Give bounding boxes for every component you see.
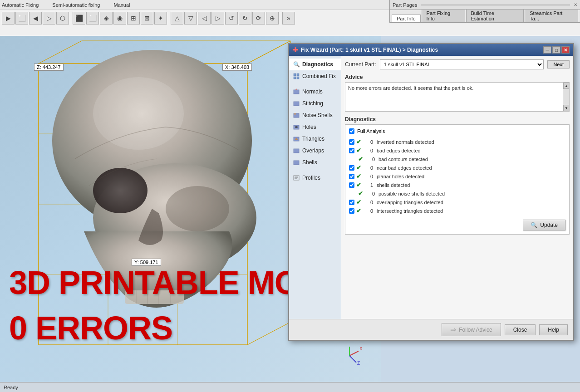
tab-build-estimation[interactable]: Build Time Estimation	[466, 9, 524, 22]
diag-text-0: inverted normals detected	[377, 139, 434, 145]
toolbar-btn-10[interactable]: ⊞	[127, 12, 140, 24]
diag-green-1: ✔	[356, 147, 361, 154]
full-analysis-checkbox[interactable]	[349, 128, 354, 134]
full-analysis-row: Full Analysis	[349, 128, 565, 134]
toolbar-btn-16[interactable]: ▷	[211, 12, 224, 24]
stitching-label: Stitching	[302, 100, 323, 107]
svg-point-35	[294, 113, 296, 115]
diag-num-8: 0	[365, 208, 373, 214]
maximize-button[interactable]: □	[552, 46, 560, 54]
svg-rect-31	[294, 90, 299, 94]
toolbar-btn-4[interactable]: ▷	[43, 12, 55, 24]
sidebar-item-stitching[interactable]: Stitching	[289, 98, 341, 109]
dialog-icon: ✚	[293, 46, 298, 54]
sidebar-item-noise-shells[interactable]: Noise Shells	[289, 109, 341, 121]
diag-text-6: possible noise shells detected	[378, 191, 445, 196]
sidebar-item-combined[interactable]: Combined Fix	[289, 70, 341, 82]
toolbar-btn-12[interactable]: ✦	[154, 12, 167, 24]
svg-rect-30	[297, 77, 299, 79]
close-x-button[interactable]: ✕	[561, 46, 570, 54]
dialog-footer: ⇒ Follow Advice Close Help	[289, 319, 573, 340]
sidebar-item-shells[interactable]: Shells	[289, 157, 341, 168]
toolbar-btn-5[interactable]: ⬡	[56, 12, 69, 24]
diag-green-6: ✔	[358, 190, 363, 197]
minimize-button[interactable]: ─	[543, 46, 551, 54]
help-label: Help	[548, 327, 559, 333]
diag-row-5: ✔ 1 shells detected	[349, 181, 565, 189]
tab-part-fixing-info[interactable]: Part Fixing Info	[422, 9, 465, 22]
diag-row-8: ✔ 0 intersecting triangles detected	[349, 206, 565, 215]
toolbar-btn-6[interactable]: ⬛	[73, 12, 85, 24]
noise-shells-label: Noise Shells	[302, 112, 333, 118]
svg-text:Z: Z	[357, 361, 360, 366]
diag-green-5: ✔	[356, 181, 361, 188]
toolbar-btn-9[interactable]: ◉	[113, 12, 126, 24]
diag-num-5: 1	[365, 182, 373, 188]
toolbar-btn-21[interactable]: »	[282, 12, 295, 24]
dialog-body: 🔍 Diagnostics Combined Fix	[289, 56, 573, 319]
advice-scroll-up[interactable]: ▲	[563, 83, 570, 89]
diag-green-7: ✔	[356, 199, 361, 206]
toolbar-btn-3[interactable]: ◀	[29, 12, 42, 24]
sidebar-item-triangles[interactable]: Triangles	[289, 133, 341, 145]
toolbar-btn-18[interactable]: ↻	[239, 12, 251, 24]
diag-check-0[interactable]	[349, 139, 354, 145]
normals-icon	[293, 88, 300, 95]
diagnostics-label: Diagnostics	[302, 61, 333, 68]
sidebar-item-overlaps[interactable]: Overlaps	[289, 145, 341, 157]
toolbar-btn-7[interactable]: ⬜	[86, 12, 99, 24]
stitching-icon	[293, 100, 300, 107]
diag-check-5[interactable]	[349, 182, 354, 188]
part-tabs-bar: Part Info Part Fixing Info Build Time Es…	[389, 10, 580, 23]
sidebar-item-holes[interactable]: Holes	[289, 121, 341, 133]
current-part-select[interactable]: 1 skull v1 STL FINAL	[380, 59, 544, 69]
advice-text: No more errors are detected. It seems th…	[348, 85, 566, 108]
diag-check-8[interactable]	[349, 208, 354, 214]
holes-label: Holes	[302, 124, 316, 130]
shells-label: Shells	[302, 159, 317, 166]
diag-green-3: ✔	[356, 164, 361, 171]
part-pages-label: Part Pages	[393, 2, 417, 8]
combined-label: Combined Fix	[302, 73, 336, 79]
toolbar-btn-1[interactable]: ▶	[2, 12, 15, 24]
diag-text-7: overlapping triangles detected	[377, 200, 443, 205]
diag-green-4: ✔	[356, 173, 361, 180]
diag-row-0: ✔ 0 inverted normals detected	[349, 137, 565, 146]
diag-check-4[interactable]	[349, 174, 354, 179]
diag-check-3[interactable]	[349, 165, 354, 171]
advice-box: No more errors are detected. It seems th…	[345, 82, 570, 112]
toolbar-btn-13[interactable]: △	[171, 12, 183, 24]
update-btn-row: 🔍 Update	[349, 220, 565, 230]
toolbar-btn-15[interactable]: ◁	[198, 12, 211, 24]
update-label: Update	[540, 222, 558, 228]
toolbar-btn-8[interactable]: ◈	[100, 12, 113, 24]
advice-scroll-down[interactable]: ▼	[563, 105, 570, 111]
tab-part-info[interactable]: Part Info	[392, 15, 421, 22]
toolbar-btn-17[interactable]: ↺	[225, 12, 238, 24]
diag-check-1[interactable]	[349, 148, 354, 153]
diag-text-4: planar holes detected	[377, 174, 424, 179]
dialog-title-text: Fix Wizard (Part: 1 skull v1 STL FINAL) …	[301, 47, 438, 53]
holes-icon	[293, 123, 300, 131]
toolbar-btn-11[interactable]: ⊠	[141, 12, 153, 24]
sidebar-item-diagnostics[interactable]: 🔍 Diagnostics	[289, 59, 341, 70]
toolbar-btn-2[interactable]: ⬜	[15, 12, 28, 24]
sidebar-item-normals[interactable]: Normals	[289, 86, 341, 98]
update-icon: 🔍	[531, 222, 537, 228]
help-button[interactable]: Help	[539, 324, 568, 335]
tab-streamics[interactable]: Streamics Part Ta...	[525, 9, 578, 22]
diag-check-7[interactable]	[349, 200, 354, 205]
update-button[interactable]: 🔍 Update	[523, 220, 565, 230]
follow-advice-button[interactable]: ⇒ Follow Advice	[442, 323, 501, 336]
sidebar-item-profiles[interactable]: Profiles	[289, 172, 341, 184]
diag-num-6: 0	[367, 191, 375, 196]
close-button[interactable]: Close	[505, 324, 536, 335]
profiles-icon	[293, 174, 300, 181]
diagnostics-box: Full Analysis ✔ 0 inverted normals detec…	[345, 124, 570, 235]
next-button[interactable]: Next	[547, 60, 570, 69]
diagnostics-icon: 🔍	[293, 61, 300, 68]
toolbar-btn-20[interactable]: ⊕	[266, 12, 279, 24]
toolbar-btn-19[interactable]: ⟳	[252, 12, 265, 24]
toolbar-btn-14[interactable]: ▽	[184, 12, 197, 24]
overlaps-icon	[293, 147, 300, 154]
